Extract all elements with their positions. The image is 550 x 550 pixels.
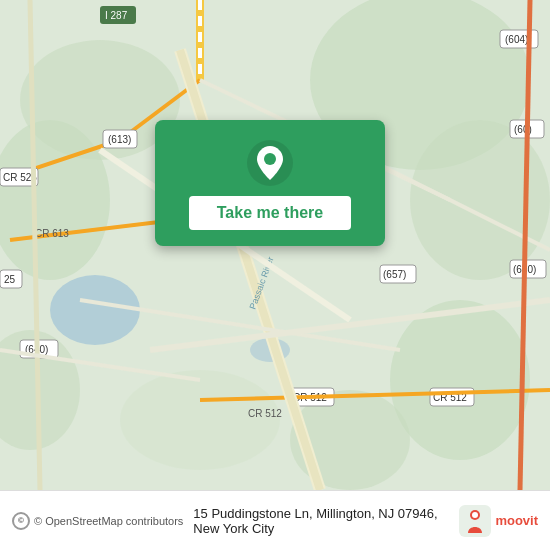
svg-text:25: 25 — [4, 274, 16, 285]
svg-point-8 — [120, 370, 280, 470]
svg-point-9 — [50, 275, 140, 345]
location-pin-icon — [247, 140, 293, 186]
svg-text:(604): (604) — [505, 34, 528, 45]
moovit-icon — [459, 505, 491, 537]
map-container: CR 613 I 287 (613) CR 525 25 (640) (604)… — [0, 0, 550, 490]
svg-text:(613): (613) — [108, 134, 131, 145]
osm-attribution: © © OpenStreetMap contributors — [12, 512, 183, 530]
osm-text: © OpenStreetMap contributors — [34, 515, 183, 527]
svg-text:CR 512: CR 512 — [248, 408, 282, 419]
popup-card: Take me there — [155, 120, 385, 246]
svg-point-56 — [472, 512, 478, 518]
moovit-label: moovit — [495, 513, 538, 528]
svg-text:(657): (657) — [383, 269, 406, 280]
svg-text:CR 613: CR 613 — [35, 228, 69, 239]
address-text: 15 Puddingstone Ln, Millington, NJ 07946… — [193, 506, 459, 536]
svg-point-53 — [264, 153, 276, 165]
bottom-bar: © © OpenStreetMap contributors 15 Puddin… — [0, 490, 550, 550]
svg-point-5 — [390, 300, 530, 460]
take-me-there-button[interactable]: Take me there — [189, 196, 351, 230]
osm-logo-icon: © — [12, 512, 30, 530]
svg-text:I 287: I 287 — [105, 10, 128, 21]
moovit-logo: moovit — [459, 505, 538, 537]
